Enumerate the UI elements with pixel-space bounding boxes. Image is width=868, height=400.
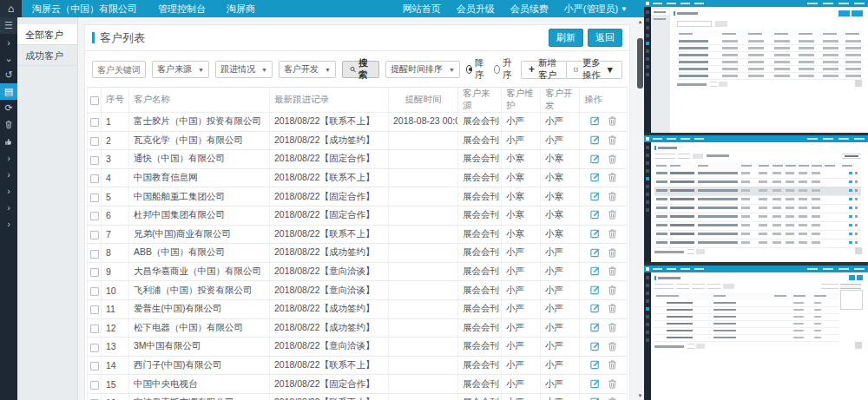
edit-icon[interactable]	[590, 115, 601, 128]
chevron-right-icon[interactable]: ›	[0, 34, 17, 50]
mini-title	[658, 147, 677, 149]
admin-page-preview-1[interactable]	[644, 0, 868, 133]
edit-icon[interactable]	[590, 172, 601, 184]
navbar-item-2[interactable]: 淘屏商	[216, 0, 266, 17]
row-checkbox[interactable]	[90, 137, 99, 146]
main-scrollbar[interactable]: ▲ ▼	[636, 17, 644, 400]
back-button[interactable]: 返回	[588, 29, 622, 47]
row-checkbox[interactable]	[90, 325, 99, 333]
navbar-right-item-2[interactable]: 会员续费	[503, 0, 556, 18]
row-checkbox[interactable]	[90, 268, 99, 277]
column-header-2[interactable]: 最新跟进记录	[270, 88, 389, 113]
row-checkbox[interactable]	[90, 305, 99, 314]
scrollbar-up-arrow[interactable]: ▲	[636, 17, 644, 26]
cell-source: 展会会刊	[458, 168, 502, 187]
add-customer-button[interactable]: + 新增客户	[521, 61, 567, 79]
chevron-right-icon[interactable]: ›	[0, 166, 17, 182]
search-button[interactable]: 搜索	[342, 61, 379, 78]
list-icon[interactable]: ▤	[0, 83, 17, 100]
trash-icon[interactable]	[608, 341, 617, 353]
logout-icon[interactable]: ⟳	[0, 100, 17, 116]
row-checkbox[interactable]	[90, 231, 99, 239]
trash-icon[interactable]	[608, 154, 617, 166]
chevron-right-icon[interactable]: ›	[0, 215, 17, 232]
sort-asc-radio[interactable]: 升序	[494, 57, 515, 82]
column-header-1[interactable]: 客户名称	[129, 88, 270, 113]
trash-icon[interactable]	[608, 359, 617, 371]
column-header-4[interactable]: 客户来源	[458, 88, 502, 113]
home-icon[interactable]: ⌂	[0, 0, 22, 17]
edit-icon[interactable]	[590, 378, 601, 390]
trash-icon[interactable]	[608, 303, 617, 315]
navbar-item-0[interactable]: 淘屏云（中国）有限公司	[22, 0, 148, 17]
chevron-right-icon[interactable]: ›	[0, 149, 17, 166]
trash-icon[interactable]	[608, 115, 617, 128]
row-checkbox[interactable]	[90, 344, 99, 352]
edit-icon[interactable]	[590, 397, 601, 400]
trash-icon[interactable]	[608, 228, 617, 240]
keyword-input[interactable]	[92, 61, 146, 78]
column-header-3[interactable]: 提醒时间	[389, 88, 458, 113]
trash-icon[interactable]	[608, 191, 617, 203]
row-checkbox[interactable]	[90, 212, 99, 220]
column-header-0[interactable]: 序号	[102, 88, 129, 113]
filter-select-2[interactable]: 客户开发▼	[279, 61, 336, 78]
trash-icon[interactable]	[608, 247, 617, 259]
filter-select-0[interactable]: 客户来源▼	[152, 61, 209, 78]
chevron-right-icon[interactable]: ›	[0, 199, 17, 215]
admin-page-preview-2[interactable]	[644, 135, 868, 262]
trash-icon[interactable]	[608, 285, 617, 297]
row-checkbox[interactable]	[90, 174, 99, 183]
navbar-right-item-3[interactable]: 小严(管理员)▼	[556, 0, 635, 18]
edit-icon[interactable]	[590, 341, 601, 353]
edit-icon[interactable]	[590, 191, 601, 203]
edit-icon[interactable]	[590, 228, 601, 240]
row-checkbox[interactable]	[90, 362, 99, 370]
edit-icon[interactable]	[590, 359, 601, 371]
sort-desc-radio[interactable]: 降序	[466, 57, 487, 82]
menu-icon[interactable]: ☰	[0, 17, 17, 34]
trash-icon[interactable]	[608, 378, 617, 390]
row-checkbox[interactable]	[90, 118, 99, 127]
row-checkbox[interactable]	[90, 287, 99, 296]
trash-icon[interactable]	[608, 397, 617, 400]
thumbs-up-icon[interactable]	[0, 133, 17, 149]
chevron-right-icon[interactable]: ›	[0, 182, 17, 199]
navbar-right-item-1[interactable]: 会员升级	[449, 0, 503, 18]
edit-icon[interactable]	[590, 322, 601, 334]
trash-icon[interactable]	[608, 209, 617, 221]
column-header-6[interactable]: 客户开发	[541, 88, 580, 113]
navbar-right-item-0[interactable]: 网站首页	[395, 0, 449, 18]
edit-icon[interactable]	[590, 266, 601, 278]
filter-select-1[interactable]: 跟进情况▼	[215, 61, 273, 78]
trash-icon[interactable]	[0, 116, 17, 133]
sidebar-item-all-customers[interactable]: 全部客户	[17, 24, 77, 45]
select-all-checkbox[interactable]	[90, 96, 99, 105]
trash-icon[interactable]	[608, 172, 617, 184]
scrollbar-down-arrow[interactable]: ▼	[636, 391, 644, 400]
edit-icon[interactable]	[590, 154, 601, 166]
row-checkbox[interactable]	[90, 193, 99, 202]
sort-select[interactable]: 提醒时间排序 ▼	[385, 61, 460, 78]
edit-icon[interactable]	[590, 247, 601, 259]
trash-icon[interactable]	[608, 134, 617, 147]
admin-page-preview-3[interactable]	[644, 266, 868, 400]
trash-icon[interactable]	[608, 322, 617, 334]
sidebar-item-success-customers[interactable]: 成功客户	[17, 45, 77, 66]
column-header-7[interactable]: 操作	[580, 88, 628, 113]
trash-icon[interactable]	[608, 266, 617, 278]
navbar-item-1[interactable]: 管理控制台	[148, 0, 216, 17]
scrollbar-thumb[interactable]	[637, 38, 643, 89]
column-header-5[interactable]: 客户维护	[502, 88, 541, 113]
edit-icon[interactable]	[590, 209, 601, 221]
edit-icon[interactable]	[590, 134, 601, 147]
row-checkbox[interactable]	[90, 381, 99, 390]
more-actions-button[interactable]: 更多操作 ▼	[567, 61, 622, 79]
row-checkbox[interactable]	[90, 156, 99, 165]
refresh-button[interactable]: 刷新	[549, 29, 583, 47]
row-checkbox[interactable]	[90, 250, 99, 259]
edit-icon[interactable]	[590, 285, 601, 297]
edit-icon[interactable]	[590, 303, 601, 315]
history-icon[interactable]: ↺	[0, 67, 17, 83]
chevron-down-icon[interactable]: ⌄	[0, 50, 17, 67]
